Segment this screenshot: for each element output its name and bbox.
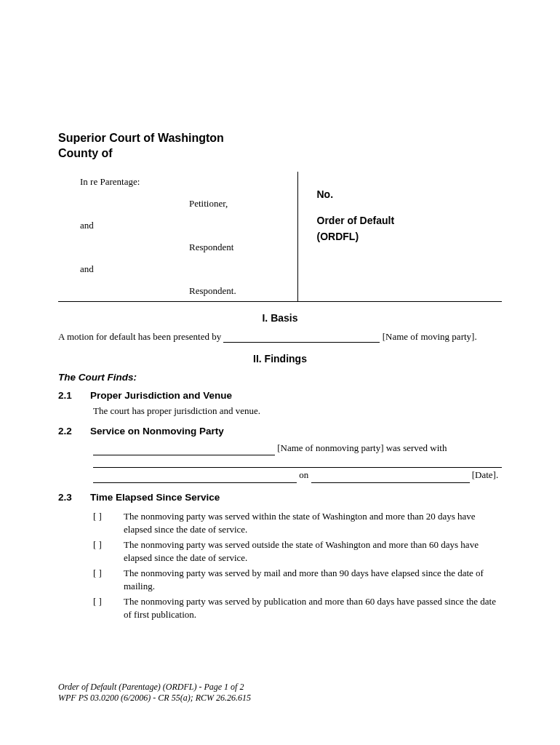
basis-text-before: A motion for default has been presented …	[58, 331, 223, 342]
doc-title-2: (ORDFL)	[317, 228, 495, 244]
court-header: Superior Court of Washington County of	[58, 131, 502, 162]
respondent-label-2: Respondent.	[189, 285, 236, 297]
section-basis-heading: I. Basis	[58, 312, 502, 324]
in-re-line: In re Parentage:	[80, 176, 290, 188]
checkbox-row-2: [ ] The nonmoving party was served outsi…	[93, 538, 502, 564]
service-doc-blank-2[interactable]	[93, 482, 297, 483]
footer-line-1: Order of Default (Parentage) (ORDFL) - P…	[58, 682, 251, 693]
checkbox-text-1: The nonmoving party was served within th…	[124, 510, 502, 535]
court-finds: The Court Finds:	[58, 372, 502, 383]
and-2: and	[80, 263, 290, 275]
sub-2-2-title: Service on Nonmoving Party	[90, 426, 224, 437]
subsection-2-3: 2.3Time Elapsed Since Service [ ] The no…	[58, 492, 502, 621]
subsection-2-2: 2.2Service on Nonmoving Party [Name of n…	[58, 426, 502, 484]
basis-text-after: [Name of moving party].	[380, 331, 476, 342]
page-footer: Order of Default (Parentage) (ORDFL) - P…	[58, 682, 251, 704]
petitioner-label: Petitioner,	[189, 198, 228, 210]
caption-right: No. Order of Default (ORDFL)	[303, 172, 503, 302]
service-date-blank[interactable]	[311, 482, 470, 483]
checkbox-row-3: [ ] The nonmoving party was served by ma…	[93, 567, 502, 592]
sub-2-3-num: 2.3	[58, 492, 90, 503]
respondent-label-1: Respondent	[189, 242, 233, 253]
service-doc-blank[interactable]	[93, 458, 502, 468]
checkbox-2[interactable]: [ ]	[93, 538, 124, 564]
footer-line-2: WPF PS 03.0200 (6/2006) - CR 55(a); RCW …	[58, 693, 251, 704]
checkbox-row-4: [ ] The nonmoving party was served by pu…	[93, 595, 502, 621]
court-name-line2: County of	[58, 146, 502, 162]
court-name-line1: Superior Court of Washington	[58, 131, 502, 146]
checkbox-4[interactable]: [ ]	[93, 595, 124, 621]
moving-party-blank[interactable]	[223, 342, 380, 343]
checkbox-text-3: The nonmoving party was served by mail a…	[124, 567, 502, 592]
case-caption: In re Parentage: Petitioner, and Respond…	[58, 172, 502, 302]
sub-2-3-title: Time Elapsed Since Service	[90, 492, 220, 503]
sub-2-1-body: The court has proper jurisdiction and ve…	[93, 405, 502, 417]
checkbox-1[interactable]: [ ]	[93, 510, 124, 535]
checkbox-text-4: The nonmoving party was served by public…	[124, 595, 502, 621]
checkbox-row-1: [ ] The nonmoving party was served withi…	[93, 510, 502, 535]
doc-title-1: Order of Default	[317, 212, 495, 228]
checkbox-text-2: The nonmoving party was served outside t…	[124, 538, 502, 564]
date-label: [Date].	[470, 469, 499, 480]
checkbox-3[interactable]: [ ]	[93, 567, 124, 592]
subsection-2-1: 2.1Proper Jurisdiction and Venue The cou…	[58, 390, 502, 417]
on-text: on	[297, 469, 311, 480]
served-with-text: [Name of nonmoving party] was served wit…	[275, 442, 447, 453]
and-1: and	[80, 220, 290, 231]
basis-text: A motion for default has been presented …	[58, 331, 502, 343]
sub-2-1-num: 2.1	[58, 390, 90, 401]
sub-2-2-num: 2.2	[58, 426, 90, 437]
caption-parties: In re Parentage: Petitioner, and Respond…	[58, 172, 297, 302]
section-findings-heading: II. Findings	[58, 353, 502, 364]
nonmoving-party-blank[interactable]	[93, 455, 275, 455]
case-no-label: No.	[317, 186, 495, 202]
sub-2-1-title: Proper Jurisdiction and Venue	[90, 390, 232, 401]
